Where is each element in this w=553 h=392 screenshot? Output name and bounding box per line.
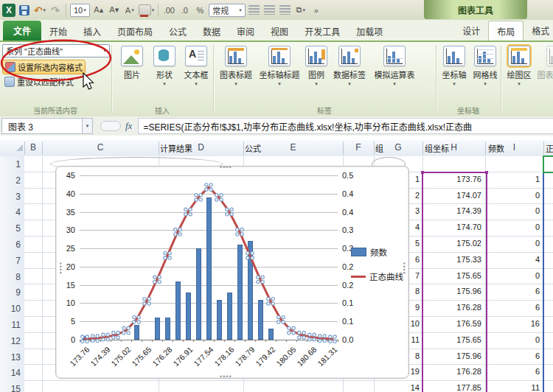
header-cell-e[interactable]: 公式 — [245, 142, 302, 154]
tab-视图[interactable]: 视图 — [262, 21, 296, 41]
模拟运算表-button[interactable]: 模拟运算表▾ — [370, 46, 419, 87]
cell-frequency[interactable]: 0 — [487, 335, 540, 344]
row-header-15[interactable]: 15 — [11, 384, 21, 392]
formula-input[interactable]: =SERIES(正态分布!$J$1,功率分布正态曲线.xlsx!坐标,功率分布正… — [138, 118, 553, 134]
row-header-5[interactable]: 5 — [15, 223, 21, 234]
cell-frequency[interactable]: 4 — [487, 255, 540, 264]
worksheet[interactable]: BCDEFGHI 123456789101112131415 计算结果公式组组坐… — [0, 136, 553, 392]
row-header-10[interactable]: 10 — [11, 304, 21, 314]
cell-frequency[interactable]: 6 — [487, 367, 540, 376]
tab-contextual-格式[interactable]: 格式 — [524, 21, 553, 41]
format-selection-button[interactable]: 设置所选内容格式 — [2, 60, 86, 74]
tab-contextual-设计[interactable]: 设计 — [454, 21, 488, 41]
tab-file[interactable]: 文件 — [3, 21, 41, 41]
undo-icon[interactable]: ↶▾ — [33, 4, 46, 17]
图表标题-button[interactable]: 图表标题▾ — [217, 46, 255, 87]
tab-审阅[interactable]: 审阅 — [229, 21, 262, 41]
网格线-button[interactable]: 网格线▾ — [470, 46, 500, 87]
cell-frequency[interactable]: 0 — [487, 239, 540, 248]
row-header-14[interactable]: 14 — [11, 368, 21, 378]
row-header-8[interactable]: 8 — [15, 272, 21, 282]
redo-icon[interactable]: ↷ — [49, 4, 62, 17]
row-header-12[interactable]: 12 — [11, 336, 21, 346]
decrease-decimal-icon[interactable]: .0 — [178, 4, 191, 17]
cell-frequency[interactable]: 6 — [487, 351, 540, 360]
cell-frequency[interactable]: 11 — [487, 383, 540, 392]
curve-marker — [164, 256, 167, 259]
绘图区-button[interactable]: 绘图区▾ — [503, 46, 535, 87]
图表背景墙-button[interactable]: 图表背景墙▾ — [537, 46, 553, 87]
font-icon[interactable]: A▾ — [123, 4, 136, 17]
文本框-button[interactable]: A文本框▾ — [180, 46, 212, 87]
legend-item-正态曲线[interactable]: 正态曲线 — [351, 270, 403, 282]
tab-加载项[interactable]: 加载项 — [348, 21, 391, 41]
chart-handle-left[interactable]: •••• — [57, 262, 64, 275]
embedded-chart[interactable]: 454035302520151050 0.50.40.40.30.30.20.2… — [55, 166, 409, 379]
坐标轴-button[interactable]: 坐标轴▾ — [439, 46, 469, 87]
坐标轴标题-button[interactable]: 坐标轴标题▾ — [257, 46, 302, 87]
形状-button[interactable]: 形状▾ — [149, 46, 180, 87]
insert-function-icon[interactable]: fx — [125, 120, 132, 132]
cell-frequency[interactable]: 1 — [487, 175, 540, 183]
select-all-corner[interactable] — [16, 144, 23, 151]
cell-frequency[interactable]: 0 — [487, 206, 540, 215]
chart-handle-right[interactable]: •••• — [400, 262, 408, 275]
name-box[interactable]: 图表 3 — [1, 118, 83, 134]
row-headers[interactable]: 123456789101112131415 — [0, 156, 25, 392]
increase-decimal-icon[interactable]: .00 — [162, 4, 175, 17]
图例-button[interactable]: 图例▾ — [304, 46, 329, 87]
cell-frequency[interactable]: 6 — [487, 303, 540, 312]
grow-font-icon[interactable]: A▴ — [92, 4, 105, 17]
cell-group-number[interactable]: 14 — [374, 383, 420, 392]
normal-curve-line[interactable] — [80, 175, 338, 340]
tab-开发工具[interactable]: 开发工具 — [296, 21, 348, 41]
row-header-11[interactable]: 11 — [12, 320, 21, 330]
cell-frequency[interactable]: 0 — [487, 223, 540, 231]
number-format-dropdown[interactable]: 常规▾ — [209, 4, 246, 17]
tab-页面布局[interactable]: 页面布局 — [109, 21, 161, 41]
header-cell-j[interactable]: 正态曲线 — [546, 142, 553, 154]
column-header-C[interactable]: C — [97, 142, 104, 153]
chart-handle-top[interactable]: •••• — [220, 164, 232, 171]
save-icon[interactable] — [18, 4, 31, 17]
merge-center-icon[interactable]: ⧉▾ — [294, 4, 307, 17]
tab-数据[interactable]: 数据 — [195, 21, 229, 41]
cell-frequency[interactable]: 16 — [487, 319, 540, 328]
row-header-1[interactable]: 1 — [15, 159, 21, 169]
tab-插入[interactable]: 插入 — [75, 21, 109, 41]
percent-style-icon[interactable]: % — [193, 4, 206, 17]
column-header-F[interactable]: F — [355, 142, 361, 153]
row-header-2[interactable]: 2 — [15, 175, 21, 186]
shrink-font-icon[interactable]: A▾ — [108, 4, 121, 17]
header-cell-h[interactable]: 组坐标 — [425, 142, 482, 154]
cell-frequency[interactable]: 6 — [487, 287, 540, 295]
font-size-box[interactable]: 10▾ — [70, 4, 90, 17]
chart-elements-dropdown[interactable]: 系列 "正态曲线"▾ — [2, 44, 110, 57]
cell-frequency[interactable]: 0 — [487, 191, 540, 200]
cell-frequency[interactable]: 0 — [487, 271, 540, 280]
fill-color-icon[interactable]: ▾ — [139, 4, 155, 17]
align-right-icon[interactable] — [279, 4, 292, 17]
row-header-7[interactable]: 7 — [15, 256, 21, 266]
数据标签-button[interactable]: 数据标签▾ — [330, 46, 369, 87]
row-header-9[interactable]: 9 — [15, 287, 21, 298]
tab-公式[interactable]: 公式 — [161, 21, 195, 41]
chart-legend[interactable]: 频数正态曲线 — [351, 246, 403, 295]
legend-item-频数[interactable]: 频数 — [351, 246, 403, 258]
align-left-icon[interactable] — [248, 4, 261, 17]
row-header-6[interactable]: 6 — [15, 239, 21, 250]
row-header-3[interactable]: 3 — [15, 192, 21, 202]
row-header-4[interactable]: 4 — [15, 207, 21, 217]
reset-to-match-style-button[interactable]: 重设以匹配样式 — [2, 75, 76, 88]
tab-contextual-布局[interactable]: 布局 — [488, 21, 524, 41]
row-header-13[interactable]: 13 — [11, 352, 21, 363]
header-cell-d[interactable]: 计算结果 — [160, 142, 218, 154]
图片-button[interactable]: 图片 — [116, 46, 147, 80]
chart-handle-bottom[interactable]: •••• — [220, 373, 232, 380]
tab-开始[interactable]: 开始 — [41, 21, 75, 41]
name-box-dropdown-icon[interactable]: ▾ — [83, 118, 93, 134]
header-cell-i[interactable]: 频数 — [488, 142, 546, 154]
align-center-icon[interactable] — [263, 4, 276, 17]
column-header-B[interactable]: B — [30, 142, 36, 153]
toolbar-overflow-icon[interactable]: » — [310, 4, 323, 17]
